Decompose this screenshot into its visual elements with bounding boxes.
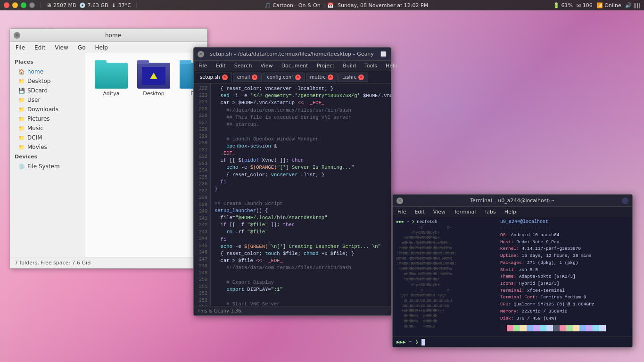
folder-icon: 📁: [18, 78, 25, 84]
close-tab-email[interactable]: ✕: [252, 74, 257, 80]
maximize-dot: [21, 2, 26, 8]
neofetch-prompt: ▶▶▶ ~ ❯ neofetch: [396, 219, 495, 224]
geany-menu-tools[interactable]: Tools: [363, 62, 379, 70]
fm-menu-help[interactable]: Help: [93, 43, 109, 52]
geany-menubar: File Edit Search View Document Project B…: [194, 61, 391, 71]
folder-icon-pictures: 📁: [18, 116, 25, 122]
neofetch-art-area: ▶▶▶ ~ ❯ neofetch -o o- +hydNNNNdyh+ +mMM…: [396, 219, 495, 335]
geany-menu-edit[interactable]: Edit: [214, 62, 227, 70]
folder-icon-music: 📁: [18, 125, 25, 132]
terminal-maximize-button[interactable]: [622, 197, 628, 204]
tab-setup-sh[interactable]: setup.sh ✕: [196, 73, 232, 82]
folder-icon-user: 📁: [18, 97, 25, 103]
terminal-body: ▶▶▶ ~ ❯ neofetch -o o- +hydNNNNdyh+ +mMM…: [393, 217, 632, 337]
geany-menu-view[interactable]: View: [259, 62, 275, 70]
terminal-menu-tabs[interactable]: Tabs: [482, 208, 497, 216]
folder-icon-downloads: 📁: [18, 107, 25, 113]
geany-menu-help[interactable]: Help: [384, 62, 399, 70]
fm-close-button[interactable]: ✕: [14, 32, 20, 39]
fm-menu-edit[interactable]: Edit: [33, 43, 47, 52]
folder-icon-movies: 📁: [18, 144, 25, 150]
file-manager-window: ✕ home File Edit View Go Help Places 🏠 h…: [9, 28, 207, 269]
folder-icon-desktop: [137, 63, 170, 89]
geany-window: ✕ setup.sh – /data/data/com.termux/files…: [193, 47, 391, 316]
geany-close-button[interactable]: ✕: [198, 51, 204, 58]
terminal-menu-help[interactable]: Help: [503, 208, 518, 216]
sidebar-item-user[interactable]: 📁 User: [10, 95, 85, 105]
close-tab-config[interactable]: ✕: [295, 74, 301, 80]
geany-menu-document[interactable]: Document: [280, 62, 310, 70]
neofetch-info-area: u0_a244@localhost ------------------- OS…: [495, 219, 628, 335]
terminal-menu-edit[interactable]: Edit: [413, 208, 426, 216]
terminal-menu-terminal[interactable]: Terminal: [452, 208, 478, 216]
terminal-titlebar: ✕ Terminal – u0_a244@localhost:~: [393, 195, 632, 207]
sidebar-item-desktop[interactable]: 📁 Desktop: [10, 76, 85, 86]
tab-muttrc[interactable]: muttrc ✕: [306, 73, 338, 82]
sidebar-item-dcim[interactable]: 📁 DCIM: [10, 133, 85, 142]
terminal-prompt-line[interactable]: ▶▶▶ ~ ❯: [393, 337, 632, 347]
disk-indicator: 💿 7.63 GB: [79, 2, 108, 8]
terminal-menu-view[interactable]: View: [431, 208, 447, 216]
fm-statusbar: 7 folders, Free space: 7.6 GiB: [10, 257, 207, 268]
fm-menu-go[interactable]: Go: [76, 43, 88, 52]
memory-indicator: 🖥 2507 MB: [46, 2, 76, 8]
terminal-menubar: File Edit View Terminal Tabs Help: [393, 207, 632, 217]
volume-indicator: 🔊 ||||: [625, 2, 640, 8]
tab-zshrc[interactable]: .zshrc ✕: [339, 73, 368, 82]
folder-name-aditya: Aditya: [103, 90, 120, 97]
close-tab-muttrc[interactable]: ✕: [328, 74, 333, 80]
user-host-line: u0_a244@localhost: [500, 219, 628, 224]
temp-indicator: 🌡 37°C: [111, 2, 131, 8]
places-label: Places: [10, 57, 85, 67]
sidebar-item-downloads[interactable]: 📁 Downloads: [10, 105, 85, 114]
terminal-close-button[interactable]: ✕: [396, 197, 403, 204]
fm-title: home: [23, 32, 203, 39]
tab-config-conf[interactable]: config.conf ✕: [263, 73, 305, 82]
geany-menu-build[interactable]: Build: [341, 62, 358, 70]
system-info: OS: Android 10 aarch64 Host: Redmi Note …: [500, 232, 628, 322]
terminal-window: ✕ Terminal – u0_a244@localhost:~ File Ed…: [392, 194, 633, 347]
folder-name-desktop: Desktop: [143, 90, 164, 97]
close-tab-zshrc[interactable]: ✕: [358, 74, 364, 80]
sidebar-item-home[interactable]: 🏠 home: [10, 67, 85, 76]
folder-icon-dcim: 📁: [18, 135, 25, 141]
geany-menu-search[interactable]: Search: [232, 62, 254, 70]
geany-titlebar: ✕ setup.sh – /data/data/com.termux/files…: [194, 48, 391, 61]
topbar: | 🖥 2507 MB 💿 7.63 GB 🌡 37°C | 🎵 Cartoon…: [0, 0, 644, 10]
geany-statusbar: This is Geany 1.36.: [194, 306, 391, 315]
geany-menu-file[interactable]: File: [197, 62, 209, 70]
folder-aditya[interactable]: Aditya: [92, 60, 130, 99]
close-tab-setup[interactable]: ✕: [222, 74, 228, 80]
fm-titlebar: ✕ home: [10, 29, 207, 42]
fm-main-area: Aditya Desktop Files: [85, 53, 207, 257]
sidebar-item-music[interactable]: 📁 Music: [10, 123, 85, 133]
sdcard-icon: 💾: [18, 88, 25, 94]
code-area[interactable]: { reset_color; vncserver -localhost; } s…: [211, 83, 391, 306]
network-indicator: 📶 Online: [596, 2, 621, 8]
geany-maximize-button[interactable]: ⬜: [380, 50, 387, 58]
folder-icon-aditya: [95, 63, 128, 89]
tab-email[interactable]: email ✕: [233, 73, 262, 82]
extra-dot: [29, 2, 35, 8]
geany-menu-project[interactable]: Project: [315, 62, 337, 70]
battery-indicator: 🔋 61%: [553, 2, 573, 8]
fm-menubar: File Edit View Go Help: [10, 42, 207, 53]
terminal-title: Terminal – u0_a244@localhost:~: [406, 197, 619, 204]
fm-body: Places 🏠 home 📁 Desktop 💾 SDcard 📁 User …: [10, 53, 207, 257]
sidebar-item-sdcard[interactable]: 💾 SDcard: [10, 86, 85, 95]
fm-sidebar: Places 🏠 home 📁 Desktop 💾 SDcard 📁 User …: [10, 53, 85, 257]
cursor: [421, 339, 425, 346]
fm-menu-file[interactable]: File: [14, 43, 27, 52]
devices-label: Devices: [10, 152, 85, 162]
close-dot: [4, 2, 9, 8]
mail-indicator: ✉ 106: [577, 2, 593, 8]
sidebar-item-filesystem[interactable]: 💿 File System: [10, 162, 85, 171]
folder-desktop[interactable]: Desktop: [135, 60, 173, 99]
topbar-right: 🔋 61% ✉ 106 📶 Online 🔊 ||||: [553, 2, 640, 8]
terminal-menu-file[interactable]: File: [396, 208, 408, 216]
sidebar-item-pictures[interactable]: 📁 Pictures: [10, 114, 85, 123]
fm-menu-view[interactable]: View: [53, 43, 70, 52]
sidebar-item-movies[interactable]: 📁 Movies: [10, 142, 85, 152]
geany-editor[interactable]: 2222232242252262272282292302312322332342…: [194, 83, 391, 306]
color-swatches: [500, 325, 628, 331]
